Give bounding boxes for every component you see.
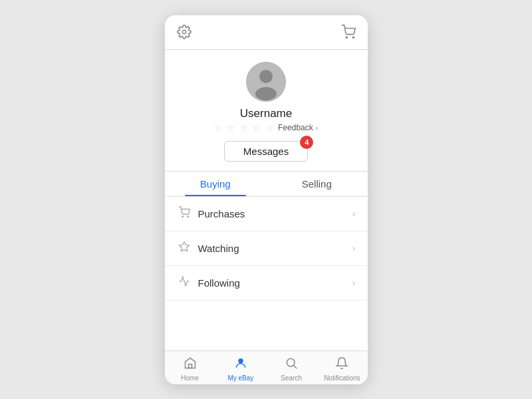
my-ebay-icon xyxy=(234,356,247,373)
feedback-link[interactable]: Feedback xyxy=(278,123,313,132)
nav-home-label: Home xyxy=(181,374,199,382)
notifications-icon xyxy=(335,356,348,373)
feedback-row: ☆ ☆ ☆ ☆ ☆ Feedback › xyxy=(214,123,319,133)
purchases-item[interactable]: Purchases › xyxy=(165,197,368,231)
messages-button-wrap: Messages 4 xyxy=(224,141,308,162)
svg-point-1 xyxy=(346,37,347,38)
watching-icon xyxy=(177,241,192,256)
nav-notifications[interactable]: Notifications xyxy=(317,356,367,382)
home-icon xyxy=(184,356,197,373)
svg-point-10 xyxy=(239,358,243,363)
tab-selling[interactable]: Selling xyxy=(266,172,368,196)
svg-point-6 xyxy=(182,216,184,217)
header xyxy=(165,15,368,50)
svg-point-0 xyxy=(182,30,186,34)
nav-notifications-label: Notifications xyxy=(324,374,360,382)
tabs-bar: Buying Selling xyxy=(165,172,368,197)
nav-my-ebay-label: My eBay xyxy=(227,374,253,382)
tab-buying[interactable]: Buying xyxy=(165,172,267,196)
svg-point-4 xyxy=(259,70,273,83)
following-label: Following xyxy=(198,277,346,289)
nav-home[interactable]: Home xyxy=(165,356,215,382)
watching-label: Watching xyxy=(198,243,346,254)
watching-chevron: › xyxy=(352,243,356,253)
purchases-chevron: › xyxy=(352,208,356,219)
stars: ☆ ☆ ☆ ☆ ☆ xyxy=(214,123,275,133)
following-item[interactable]: Following › xyxy=(165,266,368,301)
svg-point-11 xyxy=(287,358,295,366)
svg-point-5 xyxy=(255,87,277,100)
search-icon xyxy=(285,356,298,373)
following-chevron: › xyxy=(352,277,356,288)
messages-badge: 4 xyxy=(300,136,313,149)
svg-rect-9 xyxy=(188,364,192,368)
feedback-chevron: › xyxy=(316,124,319,132)
purchases-icon xyxy=(177,206,192,221)
watching-item[interactable]: Watching › xyxy=(165,231,368,266)
bottom-nav: Home My eBay Search xyxy=(165,350,368,384)
settings-icon[interactable] xyxy=(177,25,192,43)
cart-icon[interactable] xyxy=(341,25,356,43)
avatar xyxy=(246,62,286,102)
phone-container: Username ☆ ☆ ☆ ☆ ☆ Feedback › Messages 4… xyxy=(165,15,368,384)
profile-section: Username ☆ ☆ ☆ ☆ ☆ Feedback › Messages 4 xyxy=(165,50,368,172)
nav-search[interactable]: Search xyxy=(266,356,317,382)
purchases-label: Purchases xyxy=(198,208,346,219)
nav-search-label: Search xyxy=(281,374,302,382)
following-icon xyxy=(177,275,192,291)
svg-point-7 xyxy=(188,216,189,217)
svg-marker-8 xyxy=(179,241,189,251)
svg-line-12 xyxy=(294,365,297,368)
nav-my-ebay[interactable]: My eBay xyxy=(215,356,266,382)
username-label: Username xyxy=(240,107,292,120)
menu-list: Purchases › Watching › Following › xyxy=(165,197,368,350)
messages-button[interactable]: Messages xyxy=(224,141,308,162)
svg-point-2 xyxy=(352,37,354,38)
